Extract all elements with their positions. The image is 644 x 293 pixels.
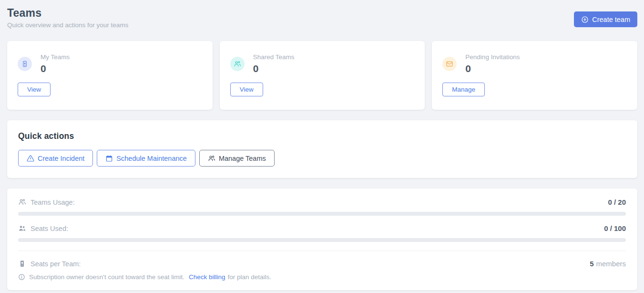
envelope-icon [442,57,457,71]
page-header-text: Teams Quick overview and actions for you… [7,7,128,29]
teams-usage-progress [18,212,626,216]
note-text: Subscription owner doesn't count toward … [29,273,184,281]
info-circle-icon [18,273,25,281]
view-shared-teams-button[interactable]: View [230,83,263,96]
users-filled-icon [18,224,26,232]
create-team-label: Create team [592,16,630,23]
seats-per-team-unit: members [596,260,626,268]
warning-triangle-icon [27,155,34,162]
stat-card-label: Shared Teams [253,53,295,61]
calendar-icon [105,155,113,162]
users-icon [208,155,215,162]
teams-page: Teams Quick overview and actions for you… [0,0,644,290]
seats-per-team-value: 5members [590,260,626,268]
stat-cards-row: My Teams 0 View Shared Teams [7,41,637,110]
seats-per-team-label: Seats per Team: [31,260,81,268]
id-badge-filled-icon [18,260,26,268]
manage-invitations-button[interactable]: Manage [442,83,485,96]
users-outline-icon [18,198,26,206]
seats-per-team-row: Seats per Team: 5members [18,260,626,268]
page-header: Teams Quick overview and actions for you… [7,7,637,29]
stat-card-value: 0 [465,63,520,74]
quick-actions-buttons: Create Incident Schedule Maintenance [18,150,626,167]
stat-card-my-teams: My Teams 0 View [7,41,213,110]
seats-used-label: Seats Used: [31,225,68,232]
create-incident-button[interactable]: Create Incident [18,150,93,167]
page-subtitle: Quick overview and actions for your team… [7,21,128,29]
stat-card-label: Pending Invitations [465,53,520,61]
teams-usage-row: Teams Usage: 0 / 20 [18,198,626,216]
stat-card-value: 0 [41,63,70,74]
stat-card-pending-invitations: Pending Invitations 0 Manage [432,41,637,110]
stat-card-meta: Pending Invitations 0 [465,53,520,74]
create-incident-label: Create Incident [38,155,84,162]
manage-teams-label: Manage Teams [219,155,266,162]
seats-used-progress [18,238,626,242]
create-team-button[interactable]: Create team [574,11,637,27]
quick-actions-title: Quick actions [18,131,626,141]
stat-card-shared-teams: Shared Teams 0 View [220,41,425,110]
id-badge-icon [18,57,32,71]
plus-circle-icon [581,16,589,23]
seat-limit-note: Subscription owner doesn't count toward … [18,273,626,281]
stat-card-value: 0 [253,63,295,74]
seats-used-value: 0 / 100 [604,224,626,232]
view-my-teams-button[interactable]: View [18,83,51,96]
stat-card-label: My Teams [41,53,70,61]
teams-usage-value: 0 / 20 [608,198,626,206]
note-suffix: for plan details. [228,273,272,281]
users-icon [230,57,245,71]
quick-actions-panel: Quick actions Create Incident [7,120,637,178]
usage-divider [18,251,626,251]
teams-usage-label: Teams Usage: [31,199,75,206]
manage-teams-button[interactable]: Manage Teams [199,150,275,167]
schedule-maintenance-button[interactable]: Schedule Maintenance [97,150,195,167]
seats-used-row: Seats Used: 0 / 100 [18,224,626,242]
stat-card-meta: My Teams 0 [41,53,70,74]
schedule-maintenance-label: Schedule Maintenance [116,155,187,162]
usage-panel: Teams Usage: 0 / 20 Seats Used: 0 / [7,188,637,290]
stat-card-meta: Shared Teams 0 [253,53,295,74]
check-billing-link[interactable]: Check billing [189,273,225,281]
page-title: Teams [7,7,128,20]
